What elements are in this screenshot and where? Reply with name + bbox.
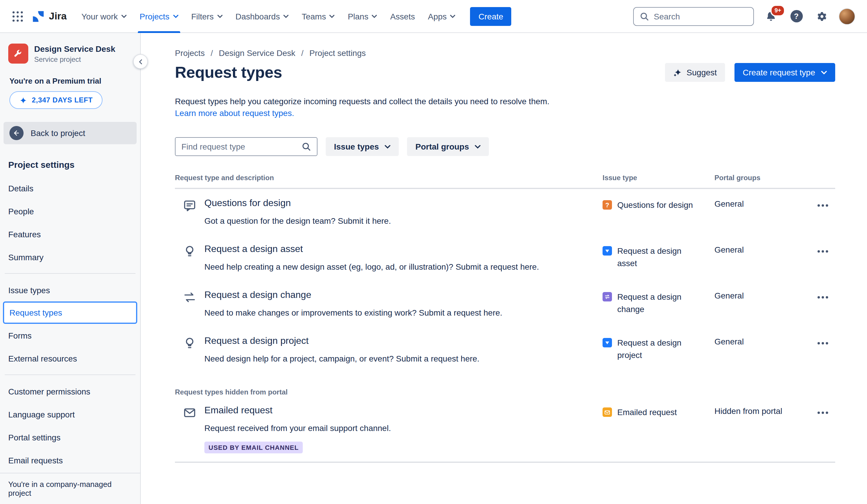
table-row: Questions for design Got a question for …	[175, 189, 835, 235]
used-by-email-channel-badge: USED BY EMAIL CHANNEL	[204, 442, 303, 453]
table-row: Request a design change Need to make cha…	[175, 281, 835, 327]
breadcrumb-project[interactable]: Design Service Desk	[219, 48, 296, 58]
search-icon	[640, 11, 649, 21]
envelope-icon	[183, 406, 197, 420]
more-actions-button[interactable]	[813, 336, 833, 351]
jira-logo-icon	[32, 10, 45, 23]
nav-your-work[interactable]: Your work	[75, 0, 133, 33]
collapse-sidebar-button[interactable]	[133, 54, 148, 69]
chevron-down-icon	[385, 144, 391, 149]
project-type-footnote: You're in a company-managed project	[0, 473, 140, 504]
find-request-type-box[interactable]	[175, 137, 318, 156]
nav-assets[interactable]: Assets	[384, 0, 421, 33]
breadcrumb-project-settings[interactable]: Project settings	[310, 48, 366, 58]
issue-types-filter-dropdown[interactable]: Issue types	[326, 137, 399, 156]
sidebar-item-issue-types[interactable]: Issue types	[0, 279, 140, 301]
change-issue-type-icon	[602, 292, 612, 301]
sidebar-item-portal-settings[interactable]: Portal settings	[0, 426, 140, 449]
suggest-button[interactable]: Suggest	[665, 63, 725, 82]
notifications-button[interactable]: 9+	[763, 8, 779, 24]
more-actions-button[interactable]	[813, 290, 833, 305]
page-shell: Design Service Desk Service project You'…	[0, 33, 867, 504]
more-actions-button[interactable]	[813, 244, 833, 259]
column-header-issue-type: Issue type	[602, 174, 715, 182]
sidebar-item-email-requests[interactable]: Email requests	[0, 449, 140, 472]
title-row: Request types Suggest Create request typ…	[175, 63, 835, 82]
request-type-name[interactable]: Questions for design	[204, 198, 291, 208]
request-type-description: Got a question for the design team? Subm…	[204, 215, 391, 227]
table-header: Request type and description Issue type …	[175, 174, 835, 189]
global-search[interactable]	[633, 7, 754, 25]
question-issue-type-icon: ?	[602, 200, 612, 210]
request-type-name[interactable]: Request a design asset	[204, 244, 303, 254]
create-request-type-button[interactable]: Create request type	[735, 63, 835, 82]
nav-projects[interactable]: Projects	[133, 0, 185, 33]
chevron-down-icon	[217, 14, 222, 18]
back-to-project-button[interactable]: Back to project	[3, 122, 137, 144]
create-button[interactable]: Create	[470, 7, 512, 25]
find-request-type-input[interactable]	[181, 142, 297, 151]
issue-type-name[interactable]: Request a design project	[617, 337, 701, 362]
nav-plans[interactable]: Plans	[341, 0, 384, 33]
sidebar-item-summary[interactable]: Summary	[0, 246, 140, 268]
user-avatar	[839, 8, 855, 24]
gear-icon	[816, 10, 827, 22]
lightbulb-icon	[183, 244, 197, 258]
filter-bar: Issue types Portal groups	[175, 137, 835, 156]
settings-button[interactable]	[813, 8, 830, 24]
jira-logo[interactable]: Jira	[27, 10, 75, 23]
email-issue-type-icon	[602, 407, 612, 417]
ai-sparkle-icon	[673, 68, 682, 77]
request-types-table: Request type and description Issue type …	[175, 174, 835, 463]
issue-type-name[interactable]: Request a design change	[617, 291, 701, 315]
project-avatar-icon	[8, 44, 28, 64]
search-input[interactable]	[654, 11, 747, 21]
nav-apps[interactable]: Apps	[421, 0, 462, 33]
chevron-down-icon	[121, 14, 127, 18]
nav-dashboards[interactable]: Dashboards	[229, 0, 295, 33]
portal-groups-filter-dropdown[interactable]: Portal groups	[407, 137, 489, 156]
issue-type-name[interactable]: Request a design asset	[617, 245, 701, 270]
portal-group-value: General	[715, 244, 800, 272]
sidebar-item-request-types[interactable]: Request types	[3, 301, 137, 324]
help-button[interactable]: ?	[788, 8, 805, 24]
project-name: Design Service Desk	[34, 44, 116, 53]
request-type-name[interactable]: Request a design project	[204, 336, 309, 346]
issue-type-name[interactable]: Emailed request	[617, 406, 677, 419]
sidebar-item-external-resources[interactable]: External resources	[0, 347, 140, 370]
sidebar-divider	[5, 374, 136, 375]
asset-issue-type-icon	[602, 246, 612, 256]
column-header-portal-groups: Portal groups	[715, 174, 800, 182]
trial-days-button[interactable]: 2,347 DAYS LEFT	[9, 91, 103, 109]
breadcrumb-projects[interactable]: Projects	[175, 48, 205, 58]
comment-icon	[183, 199, 197, 213]
request-type-name[interactable]: Emailed request	[204, 405, 272, 416]
profile-button[interactable]	[839, 8, 855, 24]
lightbulb-icon	[183, 336, 197, 350]
column-header-request-type: Request type and description	[175, 174, 602, 182]
sparkle-icon	[19, 96, 27, 104]
sidebar-divider	[5, 273, 136, 274]
breadcrumb: Projects / Design Service Desk / Project…	[175, 48, 835, 58]
arrow-left-icon	[9, 126, 23, 140]
page-description: Request types help you categorize incomi…	[175, 95, 835, 107]
sidebar-item-people[interactable]: People	[0, 200, 140, 223]
sidebar-item-details[interactable]: Details	[0, 176, 140, 200]
sidebar-item-language-support[interactable]: Language support	[0, 403, 140, 426]
more-actions-button[interactable]	[813, 198, 833, 213]
sidebar-item-features[interactable]: Features	[0, 223, 140, 246]
chevron-down-icon	[475, 144, 481, 149]
request-type-name[interactable]: Request a design change	[204, 290, 311, 300]
sidebar-item-forms[interactable]: Forms	[0, 324, 140, 347]
portal-group-value: Hidden from portal	[715, 405, 800, 453]
app-switcher-icon[interactable]	[8, 7, 27, 25]
nav-filters[interactable]: Filters	[185, 0, 229, 33]
more-actions-button[interactable]	[813, 405, 833, 420]
notification-count-badge: 9+	[770, 4, 785, 16]
nav-teams[interactable]: Teams	[295, 0, 341, 33]
sidebar-item-customer-permissions[interactable]: Customer permissions	[0, 380, 140, 403]
learn-more-link[interactable]: Learn more about request types.	[175, 108, 294, 118]
request-type-description: Request received from your email support…	[204, 422, 391, 434]
portal-group-value: General	[715, 290, 800, 319]
issue-type-name[interactable]: Questions for design	[617, 199, 693, 211]
